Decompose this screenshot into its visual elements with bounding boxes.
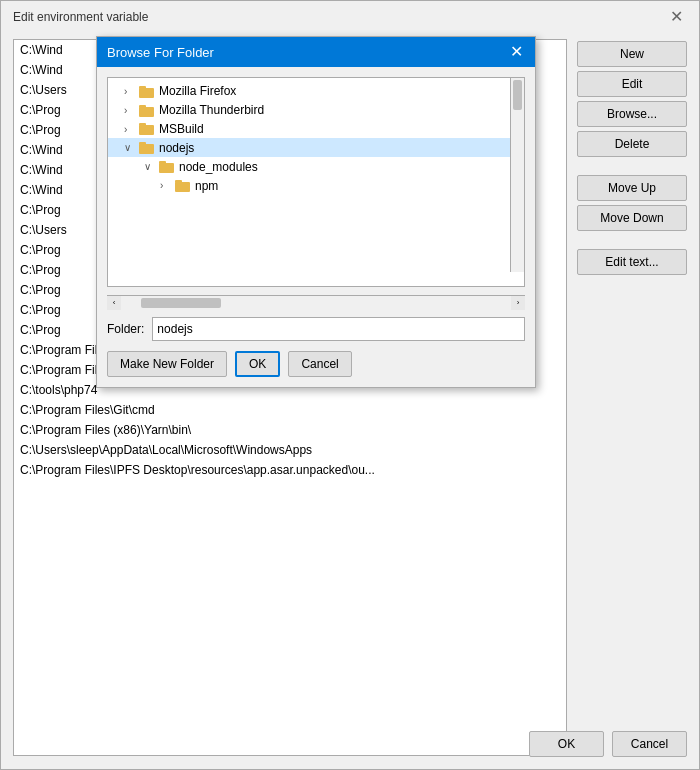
browse-ok-button[interactable]: OK — [235, 351, 280, 377]
folder-icon — [175, 178, 195, 193]
tree-item-label: MSBuild — [159, 122, 204, 136]
svg-rect-1 — [139, 86, 146, 89]
svg-rect-9 — [159, 161, 166, 164]
browse-close-button[interactable]: ✕ — [508, 44, 525, 60]
svg-rect-10 — [175, 182, 190, 192]
svg-rect-11 — [175, 180, 182, 183]
list-item[interactable]: C:\Program Files (x86)\Yarn\bin\ — [14, 420, 566, 440]
tree-chevron-icon: ∨ — [144, 161, 156, 172]
h-scroll-thumb — [141, 298, 221, 308]
list-item[interactable]: C:\Program Files\IPFS Desktop\resources\… — [14, 460, 566, 480]
move-down-button[interactable]: Move Down — [577, 205, 687, 231]
tree-scrollbar-thumb — [513, 80, 522, 110]
svg-rect-4 — [139, 125, 154, 135]
browse-title-bar: Browse For Folder ✕ — [97, 37, 535, 67]
h-scroll-left-button[interactable]: ‹ — [107, 296, 121, 310]
browse-dialog: Browse For Folder ✕ ›Mozilla Firefox›Moz… — [96, 36, 536, 388]
svg-rect-5 — [139, 123, 146, 126]
svg-rect-3 — [139, 105, 146, 108]
tree-item[interactable]: ›MSBuild — [108, 120, 524, 139]
tree-item-label: nodejs — [159, 141, 194, 155]
svg-rect-6 — [139, 144, 154, 154]
folder-icon — [159, 159, 179, 174]
list-item[interactable]: C:\Users\sleep\AppData\Local\Microsoft\W… — [14, 440, 566, 460]
tree-item[interactable]: ∨nodejs — [108, 138, 524, 157]
browse-buttons: Make New Folder OK Cancel — [107, 351, 525, 377]
tree-scrollbar-v[interactable] — [510, 78, 524, 272]
h-scroll-track[interactable] — [121, 296, 511, 310]
new-button[interactable]: New — [577, 41, 687, 67]
tree-item-label: Mozilla Thunderbird — [159, 103, 264, 117]
browse-button[interactable]: Browse... — [577, 101, 687, 127]
browse-title-text: Browse For Folder — [107, 45, 214, 60]
main-dialog: Edit environment variable ✕ C:\WindC:\Wi… — [0, 0, 700, 770]
right-panel: New Edit Browse... Delete Move Up Move D… — [577, 39, 687, 756]
tree-chevron-icon: › — [124, 105, 136, 116]
tree-chevron-icon: › — [160, 180, 172, 191]
browse-content: ›Mozilla Firefox›Mozilla Thunderbird›MSB… — [97, 67, 535, 387]
main-title-bar: Edit environment variable ✕ — [1, 1, 699, 31]
browse-cancel-button[interactable]: Cancel — [288, 351, 351, 377]
folder-row: Folder: — [107, 317, 525, 341]
h-scroll-right-button[interactable]: › — [511, 296, 525, 310]
tree-item-label: npm — [195, 179, 218, 193]
folder-label: Folder: — [107, 322, 144, 336]
h-scroll-area: ‹ › — [107, 295, 525, 309]
tree-area[interactable]: ›Mozilla Firefox›Mozilla Thunderbird›MSB… — [107, 77, 525, 287]
tree-chevron-icon: › — [124, 124, 136, 135]
tree-item[interactable]: ∨node_modules — [108, 157, 524, 176]
main-title-text: Edit environment variable — [13, 10, 148, 24]
tree-inner: ›Mozilla Firefox›Mozilla Thunderbird›MSB… — [108, 78, 524, 199]
tree-item[interactable]: ›Mozilla Firefox — [108, 82, 524, 101]
tree-item[interactable]: ›Mozilla Thunderbird — [108, 101, 524, 120]
svg-rect-0 — [139, 88, 154, 98]
folder-icon — [139, 84, 159, 99]
list-item[interactable]: C:\Program Files\Git\cmd — [14, 400, 566, 420]
tree-item-label: Mozilla Firefox — [159, 84, 236, 98]
folder-icon — [139, 122, 159, 137]
tree-chevron-icon: ∨ — [124, 142, 136, 153]
folder-icon — [139, 103, 159, 118]
svg-rect-2 — [139, 107, 154, 117]
delete-button[interactable]: Delete — [577, 131, 687, 157]
folder-icon — [139, 140, 159, 155]
tree-chevron-icon: › — [124, 86, 136, 97]
svg-rect-8 — [159, 163, 174, 173]
svg-rect-7 — [139, 142, 146, 145]
bottom-bar: OK Cancel — [529, 731, 687, 757]
main-cancel-button[interactable]: Cancel — [612, 731, 687, 757]
tree-item[interactable]: ›npm — [108, 176, 524, 195]
main-ok-button[interactable]: OK — [529, 731, 604, 757]
folder-input[interactable] — [152, 317, 525, 341]
tree-item-label: node_modules — [179, 160, 258, 174]
edit-button[interactable]: Edit — [577, 71, 687, 97]
move-up-button[interactable]: Move Up — [577, 175, 687, 201]
main-close-button[interactable]: ✕ — [666, 9, 687, 25]
edit-text-button[interactable]: Edit text... — [577, 249, 687, 275]
make-new-folder-button[interactable]: Make New Folder — [107, 351, 227, 377]
